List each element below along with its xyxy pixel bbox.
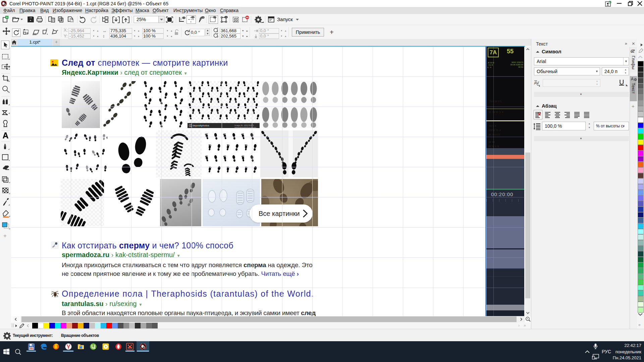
svg-text:Y: Y: [217, 36, 219, 38]
svg-text:x: x: [217, 30, 218, 33]
svg-text:+: +: [3, 233, 7, 239]
svg-text:Запуск: Запуск: [277, 16, 293, 22]
svg-text:25%: 25%: [137, 17, 146, 22]
svg-text:AV: AV: [534, 81, 539, 85]
svg-text:X:: X:: [64, 27, 68, 33]
